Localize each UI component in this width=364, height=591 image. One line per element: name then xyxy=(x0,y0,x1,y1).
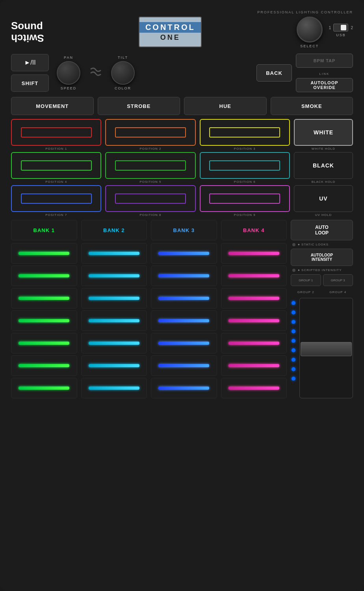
step-pad[interactable] xyxy=(221,378,287,398)
step-pad[interactable] xyxy=(221,243,287,264)
pan-label: PAN xyxy=(64,56,73,59)
bank-3-button[interactable]: BANK 3 xyxy=(151,220,217,240)
fader-leds xyxy=(291,298,296,398)
step-pad[interactable] xyxy=(11,378,77,398)
usb-num-1: 1 xyxy=(329,26,331,30)
usb-label: USB xyxy=(336,33,346,37)
white-hold-label: WHITE HOLD xyxy=(294,147,353,151)
step-pad[interactable] xyxy=(11,355,77,376)
position-8-pad[interactable] xyxy=(105,185,195,212)
position-4-pad[interactable] xyxy=(11,152,101,179)
autoloop-override-button[interactable]: AUTOLOOP OVERIDE xyxy=(296,78,353,92)
position-7-label: POSITION 7 xyxy=(45,213,67,217)
position-3-label: POSITION 3 xyxy=(234,147,256,151)
group-2-label: GROUP 2 xyxy=(291,288,321,295)
usb-num-2: 2 xyxy=(351,26,353,30)
brand: Sound Switch xyxy=(11,17,44,44)
step-pad[interactable] xyxy=(81,243,147,264)
position-6-label: POSITION 6 xyxy=(234,180,256,184)
position-5-label: POSITION 5 xyxy=(140,180,162,184)
bank-1-button[interactable]: BANK 1 xyxy=(11,220,77,240)
select-knob-area: SELECT xyxy=(297,17,323,48)
lcd-one: ONE xyxy=(160,33,180,42)
position-6-pad[interactable] xyxy=(200,152,290,179)
position-9-label: POSITION 9 xyxy=(234,213,256,217)
position-5-pad[interactable] xyxy=(105,152,195,179)
shift-button[interactable]: SHIFT xyxy=(11,74,49,92)
step-pad[interactable] xyxy=(11,310,77,331)
position-8-label: POSITION 8 xyxy=(140,213,162,217)
ss-logo xyxy=(86,65,106,81)
step-pad[interactable] xyxy=(221,333,287,353)
tilt-knob[interactable] xyxy=(111,61,135,85)
position-1-pad[interactable] xyxy=(11,119,101,146)
black-pad[interactable]: BLACK xyxy=(294,152,353,179)
controller-body: PROFESSIONAL LIGHTING CONTROLLER Sound S… xyxy=(0,0,364,591)
step-pad[interactable] xyxy=(221,355,287,376)
usb-toggle[interactable] xyxy=(333,24,348,32)
group-4-label: GROUP 4 xyxy=(323,288,353,295)
brand-sound: Sound xyxy=(11,20,44,32)
step-pad[interactable] xyxy=(151,266,217,286)
black-hold-label: BLACK HOLD xyxy=(294,180,353,184)
group-1-button[interactable]: GROUP 1 xyxy=(291,274,321,286)
pro-label: PROFESSIONAL LIGHTING CONTROLLER xyxy=(257,10,353,14)
brand-switch: Switch xyxy=(11,32,44,44)
strobe-button[interactable]: STROBE xyxy=(98,97,180,115)
position-9-pad[interactable] xyxy=(200,185,290,212)
movement-button[interactable]: MOVEMENT xyxy=(11,97,94,115)
fader-track[interactable] xyxy=(299,298,353,398)
autoloop-intensity-button[interactable]: AUTOLOOP INTENSITY xyxy=(291,249,353,266)
pan-knob[interactable] xyxy=(57,61,80,85)
step-pad[interactable] xyxy=(151,378,217,398)
step-pad[interactable] xyxy=(151,355,217,376)
smoke-button[interactable]: SMOKE xyxy=(271,97,353,115)
step-pad[interactable] xyxy=(11,266,77,286)
play-button[interactable]: ►/II xyxy=(11,54,49,71)
position-3-pad[interactable] xyxy=(200,119,290,146)
fader-handle[interactable] xyxy=(301,342,352,356)
step-pad[interactable] xyxy=(81,333,147,353)
hue-button[interactable]: HUE xyxy=(184,97,267,115)
scripted-intensity-label: ● SCRIPTED INTENSITY xyxy=(291,268,353,273)
step-pad[interactable] xyxy=(81,355,147,376)
step-pad[interactable] xyxy=(81,310,147,331)
position-4-label: POSITION 4 xyxy=(45,180,67,184)
usb-area: 1 2 USB xyxy=(329,24,353,37)
step-pad[interactable] xyxy=(81,378,147,398)
static-looks-label: ● STATIC LOOKS xyxy=(291,242,353,247)
position-7-pad[interactable] xyxy=(11,185,101,212)
step-pad[interactable] xyxy=(81,288,147,309)
back-button[interactable]: BACK xyxy=(256,64,292,82)
lcd-control: CONTROL xyxy=(139,22,201,33)
speed-label: SPEED xyxy=(61,86,77,90)
step-pad[interactable] xyxy=(81,266,147,286)
step-pad[interactable] xyxy=(221,266,287,286)
tilt-label: TILT xyxy=(118,56,128,59)
white-pad[interactable]: WHITE xyxy=(294,119,353,146)
link-label: LINK xyxy=(319,72,330,76)
bank-4-button[interactable]: BANK 4 xyxy=(221,220,287,240)
step-pad[interactable] xyxy=(221,310,287,331)
bank-2-button[interactable]: BANK 2 xyxy=(81,220,147,240)
step-pad[interactable] xyxy=(221,288,287,309)
step-pad[interactable] xyxy=(151,288,217,309)
select-knob[interactable] xyxy=(297,17,323,43)
step-pad[interactable] xyxy=(151,333,217,353)
bpm-tap-button[interactable]: BPM TAP xyxy=(296,54,353,68)
uv-hold-label: UV HOLD xyxy=(294,213,353,217)
position-2-pad[interactable] xyxy=(105,119,195,146)
auto-loop-button[interactable]: AUTO LOOP xyxy=(291,220,353,240)
color-label: COLOR xyxy=(115,86,131,90)
step-pad[interactable] xyxy=(11,333,77,353)
uv-pad[interactable]: UV xyxy=(294,185,353,212)
step-pad[interactable] xyxy=(151,243,217,264)
step-pad[interactable] xyxy=(151,310,217,331)
group-3-button[interactable]: GROUP 3 xyxy=(323,274,353,286)
step-pad[interactable] xyxy=(11,243,77,264)
position-1-label: POSITION 1 xyxy=(45,147,67,151)
lcd-display: CONTROL ONE xyxy=(139,17,202,47)
step-pad[interactable] xyxy=(11,288,77,309)
position-2-label: POSITION 2 xyxy=(140,147,162,151)
select-label: SELECT xyxy=(300,44,319,48)
